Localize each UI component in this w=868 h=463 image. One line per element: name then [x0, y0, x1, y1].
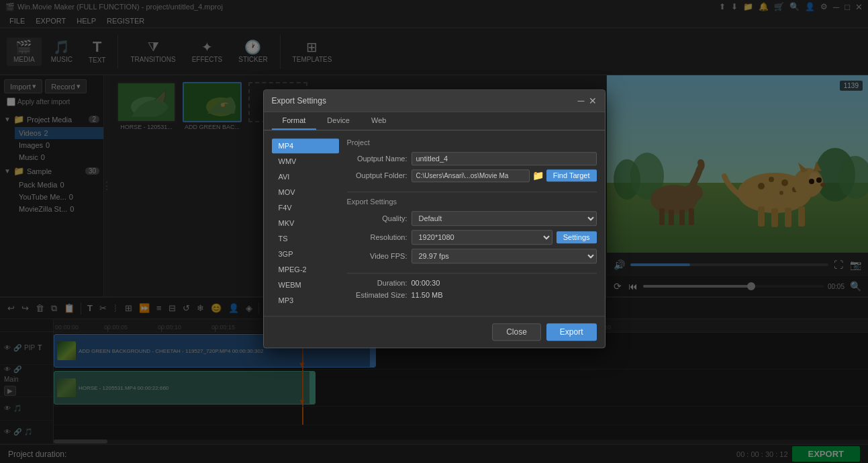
fps-label: Video FPS:	[347, 252, 407, 260]
output-name-row: Ouptput Name:	[347, 152, 597, 165]
output-folder-label: Ouptput Folder:	[347, 171, 407, 179]
info-section: Duration: 00:00:30 Estimated Size: 11.50…	[347, 279, 597, 299]
quality-row: Quality: Default	[347, 211, 597, 226]
fps-select[interactable]: 29.97 fps	[412, 249, 597, 263]
settings-button[interactable]: Settings	[557, 231, 597, 243]
settings-panel: Project Ouptput Name: Ouptput Folder: 📁 …	[347, 138, 597, 308]
fps-row: Video FPS: 29.97 fps	[347, 249, 597, 263]
dialog-titlebar: Export Settings ─ ✕	[264, 90, 605, 112]
resolution-label: Resolution:	[347, 233, 407, 241]
folder-browse-icon[interactable]: 📁	[532, 170, 544, 181]
estimated-size-row: Estimated Size: 11.50 MB	[347, 291, 597, 299]
dialog-overlay: Export Settings ─ ✕ Format Device Web MP…	[0, 0, 868, 463]
quality-select[interactable]: Default	[412, 211, 597, 226]
duration-row: Duration: 00:00:30	[347, 279, 597, 287]
format-mpeg2[interactable]: MPEG-2	[272, 262, 339, 277]
estimated-size-label: Estimated Size:	[347, 291, 407, 299]
format-wmv[interactable]: WMV	[272, 154, 339, 169]
estimated-size-value: 11.50 MB	[412, 291, 443, 299]
format-mp4[interactable]: MP4	[272, 138, 339, 153]
export-settings-section: Export Settings Quality: Default Resolut…	[347, 198, 597, 273]
output-name-label: Ouptput Name:	[347, 155, 407, 163]
project-section-title: Project	[347, 138, 597, 146]
find-target-button[interactable]: Find Target	[546, 169, 597, 181]
folder-row: 📁 Find Target	[412, 169, 597, 182]
dialog-title-btns: ─ ✕	[578, 95, 597, 106]
duration-label: Duration:	[347, 279, 407, 287]
format-mp3[interactable]: MP3	[272, 293, 339, 308]
dialog-title: Export Settings	[272, 96, 326, 106]
dialog-tabs: Format Device Web	[264, 112, 605, 130]
dialog-close-btn[interactable]: ✕	[589, 95, 597, 106]
dialog-tab-web[interactable]: Web	[360, 112, 397, 130]
duration-value: 00:00:30	[412, 279, 440, 287]
quality-label: Quality:	[347, 214, 407, 222]
export-settings-title: Export Settings	[347, 198, 597, 206]
format-f4v[interactable]: F4V	[272, 200, 339, 215]
format-ts[interactable]: TS	[272, 231, 339, 246]
format-avi[interactable]: AVI	[272, 169, 339, 184]
resolution-select[interactable]: 1920*1080	[412, 230, 552, 245]
format-mkv[interactable]: MKV	[272, 216, 339, 230]
format-3gp[interactable]: 3GP	[272, 247, 339, 261]
format-webm[interactable]: WEBM	[272, 278, 339, 292]
dialog-tab-device[interactable]: Device	[316, 112, 360, 130]
output-name-input[interactable]	[412, 152, 597, 165]
dialog-footer: Close Export	[264, 316, 605, 347]
output-folder-input[interactable]	[412, 169, 530, 182]
project-section: Project Ouptput Name: Ouptput Folder: 📁 …	[347, 138, 597, 192]
output-folder-row: Ouptput Folder: 📁 Find Target	[347, 169, 597, 182]
app-container: 🎬 Win.Movie Maker (FULL FUNCTION) - proj…	[0, 0, 868, 463]
dialog-tab-format[interactable]: Format	[272, 112, 317, 130]
dialog-body: MP4 WMV AVI MOV F4V MKV TS 3GP MPEG-2 WE…	[264, 130, 605, 316]
format-list: MP4 WMV AVI MOV F4V MKV TS 3GP MPEG-2 WE…	[272, 138, 339, 308]
resolution-row: Resolution: 1920*1080 Settings	[347, 230, 597, 245]
close-dialog-button[interactable]: Close	[492, 323, 541, 341]
format-mov[interactable]: MOV	[272, 185, 339, 200]
export-dialog: Export Settings ─ ✕ Format Device Web MP…	[263, 89, 606, 348]
export-dialog-button[interactable]: Export	[546, 323, 597, 341]
dialog-minimize-btn[interactable]: ─	[578, 95, 585, 106]
